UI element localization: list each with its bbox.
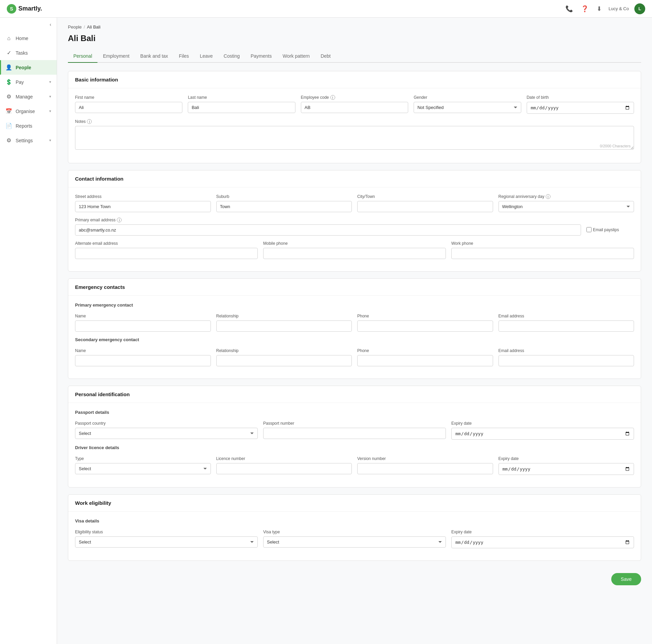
alt-email-label: Alternate email address <box>75 241 258 246</box>
primary-emerg-rel-input[interactable] <box>216 320 352 332</box>
mobile-group: Mobile phone <box>263 241 446 259</box>
sidebar-item-settings[interactable]: ⚙ Settings ▾ <box>0 133 57 148</box>
city-input[interactable] <box>357 201 493 212</box>
breadcrumb-parent[interactable]: People <box>68 24 82 30</box>
sidebar-item-organise[interactable]: 📅 Organise ▾ <box>0 104 57 118</box>
last-name-input[interactable] <box>188 102 295 113</box>
download-icon-btn[interactable]: ⬇ <box>595 4 603 14</box>
emergency-contacts-section: Emergency contacts Primary emergency con… <box>68 278 641 379</box>
tab-employment[interactable]: Employment <box>97 50 135 63</box>
logo-icon: S <box>7 4 16 14</box>
primary-emerg-phone-input[interactable] <box>357 320 493 332</box>
sidebar-item-pay[interactable]: 💲 Pay ▾ <box>0 75 57 89</box>
personal-id-section: Personal identification Passport details… <box>68 386 641 487</box>
tab-leave[interactable]: Leave <box>194 50 218 63</box>
employee-code-label: Employee code i <box>301 95 408 100</box>
primary-email-input[interactable] <box>75 224 581 236</box>
sidebar-item-reports[interactable]: 📄 Reports <box>0 118 57 133</box>
secondary-emerg-email-group: Email address <box>499 348 634 366</box>
employee-code-info-icon: i <box>330 95 335 100</box>
driver-version-label: Version number <box>357 456 493 461</box>
secondary-emerg-name-input[interactable] <box>75 355 211 366</box>
top-nav-left: S Smartly. <box>7 4 42 14</box>
visa-type-select[interactable]: Select <box>263 536 446 548</box>
contact-row-2: Primary email address i Email payslips <box>75 218 634 236</box>
passport-number-input[interactable] <box>263 428 446 439</box>
help-icon-btn[interactable]: ❓ <box>580 4 590 14</box>
regional-select[interactable]: WellingtonAucklandCanterburyOtagoSouthla… <box>499 201 634 212</box>
dob-input[interactable] <box>527 102 634 114</box>
tab-debt[interactable]: Debt <box>315 50 336 63</box>
secondary-emerg-rel-label: Relationship <box>216 348 352 353</box>
primary-emerg-name-input[interactable] <box>75 320 211 332</box>
tab-personal[interactable]: Personal <box>68 50 97 63</box>
work-phone-input[interactable] <box>451 248 634 259</box>
passport-country-label: Passport country <box>75 421 258 426</box>
sidebar-item-home[interactable]: ⌂ Home <box>0 31 57 45</box>
driver-version-group: Version number <box>357 456 493 475</box>
secondary-emerg-rel-input[interactable] <box>216 355 352 366</box>
work-phone-label: Work phone <box>451 241 634 246</box>
visa-expiry-input[interactable] <box>451 536 634 548</box>
first-name-label: First name <box>75 95 182 100</box>
notes-textarea[interactable] <box>75 126 634 150</box>
driver-version-input[interactable] <box>357 463 493 474</box>
breadcrumb-current: Ali Bali <box>87 24 101 30</box>
pay-icon: 💲 <box>5 79 12 85</box>
street-input[interactable] <box>75 201 211 212</box>
driver-type-select[interactable]: Select <box>75 463 211 474</box>
sidebar: ‹ ⌂ Home ✓ Tasks 👤 People 💲 Pay ▾ ⚙ Mana… <box>0 18 57 644</box>
mobile-input[interactable] <box>263 248 446 259</box>
tab-work-pattern[interactable]: Work pattern <box>277 50 315 63</box>
sidebar-item-label-pay: Pay <box>16 79 46 85</box>
passport-expiry-input[interactable] <box>451 428 634 440</box>
driver-licence-label: Licence number <box>216 456 352 461</box>
sidebar-item-label-organise: Organise <box>16 109 46 114</box>
primary-emerg-email-input[interactable] <box>499 320 634 332</box>
visa-type-group: Visa type Select <box>263 530 446 548</box>
basic-info-section: Basic information First name Last name E… <box>68 71 641 163</box>
first-name-input[interactable] <box>75 102 182 113</box>
basic-info-title: Basic information <box>68 71 641 88</box>
eligibility-label: Eligibility status <box>75 530 258 534</box>
gender-select[interactable]: Not SpecifiedMaleFemaleOther <box>414 102 521 113</box>
email-payslips-label[interactable]: Email payslips <box>586 227 634 232</box>
notes-counter: 0/2000 Characters <box>600 144 631 148</box>
save-button[interactable]: Save <box>611 573 641 585</box>
passport-country-select[interactable]: Select <box>75 428 258 439</box>
notes-info-icon: i <box>87 119 92 124</box>
sidebar-item-manage[interactable]: ⚙ Manage ▾ <box>0 89 57 104</box>
first-name-group: First name <box>75 95 182 114</box>
driver-expiry-input[interactable] <box>499 463 634 475</box>
eligibility-select[interactable]: Select <box>75 536 258 548</box>
breadcrumb-separator: / <box>84 24 85 30</box>
passport-number-group: Passport number <box>263 421 446 440</box>
logo: S Smartly. <box>7 4 42 14</box>
tab-payments[interactable]: Payments <box>245 50 277 63</box>
mobile-label: Mobile phone <box>263 241 446 246</box>
eligibility-group: Eligibility status Select <box>75 530 258 548</box>
people-icon: 👤 <box>5 64 12 71</box>
tab-bank-tax[interactable]: Bank and tax <box>135 50 174 63</box>
secondary-emerg-phone-input[interactable] <box>357 355 493 366</box>
chevron-settings-icon: ▾ <box>49 138 51 143</box>
suburb-input[interactable] <box>216 201 352 212</box>
alt-email-group: Alternate email address <box>75 241 258 259</box>
email-payslips-checkbox[interactable] <box>586 227 592 232</box>
secondary-emerg-email-input[interactable] <box>499 355 634 366</box>
tab-costing[interactable]: Costing <box>218 50 245 63</box>
phone-icon-btn[interactable]: 📞 <box>564 4 574 14</box>
sidebar-item-people[interactable]: 👤 People <box>0 60 57 75</box>
user-avatar[interactable]: L <box>634 3 645 14</box>
sidebar-toggle[interactable]: ‹ <box>0 18 57 31</box>
driver-licence-input[interactable] <box>216 463 352 474</box>
manage-icon: ⚙ <box>5 93 12 100</box>
tab-files[interactable]: Files <box>174 50 195 63</box>
company-name: Lucy & Co <box>609 6 629 11</box>
alt-email-input[interactable] <box>75 248 258 259</box>
sidebar-item-label-home: Home <box>16 36 51 41</box>
regional-info-icon: i <box>546 194 550 199</box>
dob-label: Date of birth <box>527 95 634 100</box>
sidebar-item-tasks[interactable]: ✓ Tasks <box>0 45 57 60</box>
employee-code-input[interactable] <box>301 102 408 113</box>
